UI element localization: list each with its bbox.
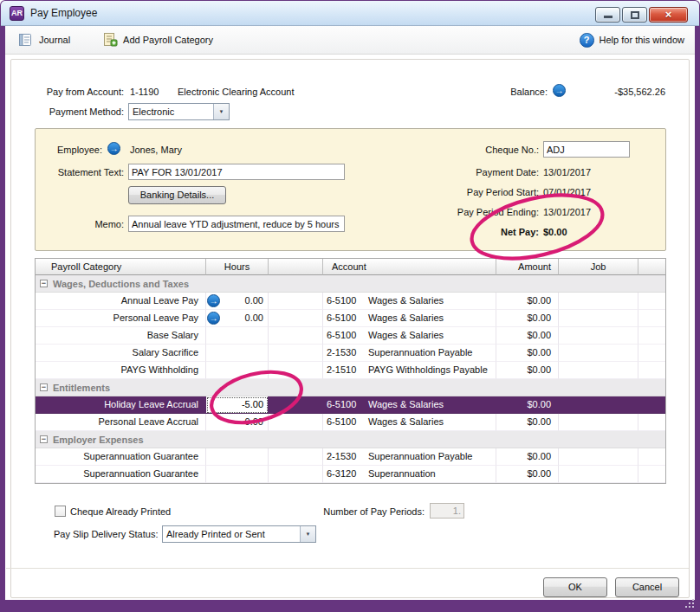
- table-row-salary-sacrifice[interactable]: Salary Sacrifice 2-1530Superannuation Pa…: [36, 345, 665, 362]
- cell-spacer: [269, 396, 323, 414]
- cell-account[interactable]: 2-1530Superannuation Payable: [323, 345, 496, 362]
- resize-grip-icon[interactable]: [684, 597, 695, 609]
- cell-amount[interactable]: $0.00: [496, 362, 559, 379]
- cell-amount[interactable]: $0.00: [496, 327, 559, 345]
- minimize-button[interactable]: [595, 7, 620, 23]
- cell-amount[interactable]: $0.00: [496, 293, 559, 310]
- cheque-no-input[interactable]: [543, 141, 630, 158]
- chevron-down-icon[interactable]: ▼: [300, 526, 315, 542]
- cell-spacer: [269, 293, 323, 310]
- chevron-down-icon[interactable]: ▼: [213, 104, 229, 119]
- cell-category[interactable]: Personal Leave Accrual: [36, 414, 206, 431]
- cell-hours[interactable]: [206, 327, 269, 345]
- add-payroll-category-button[interactable]: Add Payroll Category: [98, 29, 217, 50]
- memo-input[interactable]: [128, 216, 345, 232]
- cell-account[interactable]: 6-5100Wages & Salaries: [323, 414, 496, 431]
- help-button[interactable]: ? Help for this window: [580, 33, 684, 48]
- cell-job[interactable]: [559, 414, 638, 431]
- cell-filler: [638, 327, 665, 345]
- cell-job[interactable]: [559, 293, 638, 310]
- cell-hours[interactable]: → 0.00: [206, 310, 269, 327]
- cell-account[interactable]: 6-5100Wages & Salaries: [323, 293, 496, 310]
- close-button[interactable]: ×: [649, 7, 688, 23]
- detail-arrow-icon[interactable]: →: [207, 294, 220, 307]
- cell-category[interactable]: PAYG Withholding: [36, 362, 206, 379]
- memo-label: Memo:: [39, 219, 124, 230]
- table-row-personal-leave-pay[interactable]: Personal Leave Pay → 0.00 6-5100Wages & …: [36, 310, 665, 327]
- collapse-icon[interactable]: −: [40, 435, 48, 443]
- maximize-button[interactable]: [622, 7, 647, 23]
- col-header-amount[interactable]: Amount: [496, 259, 559, 275]
- cell-filler: [638, 293, 665, 310]
- cell-hours[interactable]: [206, 362, 269, 379]
- cell-hours-edit[interactable]: -5.00: [206, 396, 269, 414]
- ok-button[interactable]: OK: [543, 577, 607, 597]
- table-row-base-salary[interactable]: Base Salary 6-5100Wages & Salaries $0.00: [36, 327, 665, 345]
- cell-category[interactable]: Annual Leave Pay: [36, 293, 206, 310]
- cell-category[interactable]: Superannuation Guarantee: [36, 448, 206, 466]
- collapse-icon[interactable]: −: [40, 383, 48, 391]
- table-row-annual-leave-pay[interactable]: Annual Leave Pay → 0.00 6-5100Wages & Sa…: [36, 293, 665, 310]
- title-bar[interactable]: AR Pay Employee ×: [1, 1, 699, 26]
- cell-amount[interactable]: $0.00: [496, 345, 559, 362]
- cell-category[interactable]: Personal Leave Pay: [36, 310, 206, 327]
- group-row-entitlements[interactable]: − Entitlements: [36, 379, 665, 396]
- table-row-personal-leave-accrual[interactable]: Personal Leave Accrual 0.00 6-5100Wages …: [36, 414, 665, 431]
- cell-job[interactable]: [559, 466, 638, 483]
- cell-account[interactable]: 6-5100Wages & Salaries: [323, 327, 496, 345]
- collapse-icon[interactable]: −: [40, 280, 48, 287]
- cell-account[interactable]: 2-1510PAYG Withholdings Payable: [323, 362, 496, 379]
- cell-category[interactable]: Holiday Leave Accrual: [36, 396, 206, 414]
- col-header-payroll-category[interactable]: Payroll Category: [36, 259, 206, 275]
- detail-arrow-icon[interactable]: →: [207, 312, 220, 325]
- employee-detail-arrow-icon[interactable]: →: [107, 142, 120, 155]
- add-payroll-category-icon: [101, 32, 118, 48]
- cell-category[interactable]: Superannuation Guarantee: [36, 466, 206, 483]
- banking-details-button[interactable]: Banking Details...: [128, 186, 226, 204]
- app-icon: AR: [10, 6, 24, 21]
- cancel-button[interactable]: Cancel: [615, 577, 679, 597]
- cell-category[interactable]: Salary Sacrifice: [36, 345, 206, 362]
- cell-job[interactable]: [559, 396, 638, 414]
- cheque-already-printed-checkbox[interactable]: [55, 506, 66, 517]
- cell-category[interactable]: Base Salary: [36, 327, 206, 345]
- group-row-employer-expenses[interactable]: − Employer Expenses: [36, 431, 665, 448]
- cell-hours[interactable]: [206, 345, 269, 362]
- cell-amount[interactable]: $0.00: [496, 414, 559, 431]
- cell-job[interactable]: [559, 362, 638, 379]
- cell-hours[interactable]: → 0.00: [206, 293, 269, 310]
- cell-amount[interactable]: $0.00: [496, 466, 559, 483]
- col-header-hours[interactable]: Hours: [206, 259, 269, 275]
- employee-label: Employee:: [39, 145, 102, 156]
- cell-amount[interactable]: $0.00: [496, 396, 559, 414]
- col-header-account[interactable]: Account: [323, 259, 496, 275]
- pay-slip-delivery-status-value: Already Printed or Sent: [163, 526, 300, 542]
- pay-slip-delivery-status-select[interactable]: Already Printed or Sent ▼: [162, 525, 316, 543]
- cell-spacer: [269, 414, 323, 431]
- cell-job[interactable]: [559, 345, 638, 362]
- cell-hours[interactable]: [206, 466, 269, 483]
- cell-hours[interactable]: 0.00: [206, 414, 269, 431]
- col-header-job[interactable]: Job: [559, 259, 638, 275]
- statement-text-input[interactable]: [128, 164, 345, 180]
- cell-amount[interactable]: $0.00: [496, 448, 559, 466]
- cell-job[interactable]: [559, 310, 638, 327]
- cell-account[interactable]: 6-5100Wages & Salaries: [323, 396, 496, 414]
- cell-account[interactable]: 6-3120Superannuation: [323, 466, 496, 483]
- pay-slip-delivery-status-label: Pay Slip Delivery Status:: [54, 529, 158, 540]
- table-row-holiday-leave-accrual-selected[interactable]: Holiday Leave Accrual -5.00 6-5100Wages …: [36, 396, 665, 414]
- cell-account[interactable]: 2-1530Superannuation Payable: [323, 448, 496, 466]
- journal-button[interactable]: Journal: [14, 29, 74, 50]
- table-row-superannuation-guarantee-1[interactable]: Superannuation Guarantee 2-1530Superannu…: [36, 448, 665, 466]
- cell-job[interactable]: [559, 448, 638, 466]
- cell-job[interactable]: [559, 327, 638, 345]
- col-header-filler: [638, 259, 665, 275]
- table-row-payg-withholding[interactable]: PAYG Withholding 2-1510PAYG Withholdings…: [36, 362, 665, 379]
- balance-detail-arrow-icon[interactable]: →: [553, 84, 566, 97]
- cell-amount[interactable]: $0.00: [496, 310, 559, 327]
- group-row-wages-deductions-taxes[interactable]: − Wages, Deductions and Taxes: [36, 275, 665, 293]
- cell-hours[interactable]: [206, 448, 269, 466]
- table-row-superannuation-guarantee-2[interactable]: Superannuation Guarantee 6-3120Superannu…: [36, 466, 665, 483]
- cell-account[interactable]: 6-5100Wages & Salaries: [323, 310, 496, 327]
- payment-method-select[interactable]: Electronic ▼: [128, 103, 230, 120]
